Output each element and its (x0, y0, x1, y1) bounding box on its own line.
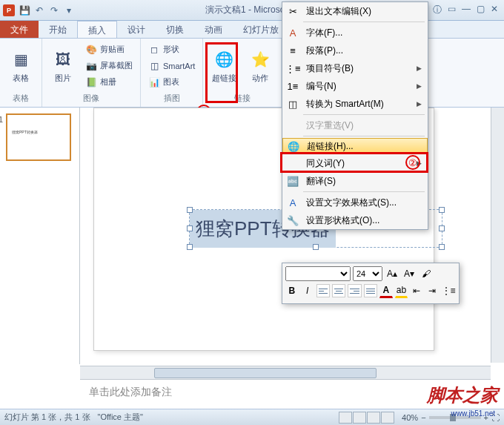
maximize-icon[interactable]: ▢ (477, 4, 485, 16)
clipart-button[interactable]: 🎨剪贴画 (82, 42, 136, 57)
arrow-icon: ▶ (417, 82, 422, 90)
group-links: 🌐超链接 ⭐动作 链接 (203, 39, 282, 107)
vertical-scrollbar[interactable] (491, 108, 504, 363)
undo-icon[interactable]: ↶ (33, 4, 46, 17)
label: 超链接 (212, 73, 236, 84)
tab-animation[interactable]: 动画 (194, 21, 233, 38)
minimize-icon[interactable]: — (462, 4, 471, 16)
tab-insert[interactable]: 插入 (77, 21, 117, 38)
group-label: 表格 (4, 91, 37, 105)
help-icon[interactable]: ⓘ (433, 4, 442, 16)
separator (303, 191, 425, 192)
resize-handle[interactable] (187, 244, 193, 250)
resize-handle[interactable] (439, 244, 445, 250)
menu-bullets[interactable]: ⋮≡项目符号(B)▶ (282, 59, 428, 77)
font-color-icon[interactable]: A (379, 283, 393, 298)
menu-exit-text-edit[interactable]: ✂退出文本编辑(X) (282, 2, 428, 20)
notes-pane[interactable]: 单击此处添加备注 (80, 379, 491, 409)
menu-hyperlink[interactable]: 🌐超链接(H)... (282, 138, 428, 154)
close-icon[interactable]: ✕ (491, 4, 498, 16)
menu-translate[interactable]: 🔤翻译(S) (282, 172, 428, 190)
align-left-icon[interactable] (316, 284, 330, 297)
bullets-icon[interactable]: ⋮≡ (441, 283, 456, 298)
label: 字体(F)... (306, 27, 422, 39)
align-right-icon[interactable] (348, 284, 361, 297)
view-buttons (339, 412, 394, 424)
menu-convert-smartart[interactable]: ◫转换为 SmartArt(M)▶ (282, 95, 428, 113)
italic-icon[interactable]: I (301, 283, 314, 298)
globe-icon: 🌐 (213, 47, 236, 71)
minimize-ribbon-icon[interactable]: ▭ (448, 4, 456, 16)
tab-home[interactable]: 开始 (39, 21, 77, 38)
resize-handle[interactable] (439, 207, 445, 213)
screenshot-button[interactable]: 📷屏幕截图 (82, 59, 136, 73)
label: 编号(N) (306, 80, 411, 93)
align-justify-icon[interactable] (364, 284, 377, 297)
normal-view-icon[interactable] (339, 412, 352, 424)
decrease-indent-icon[interactable]: ⇤ (410, 283, 423, 298)
paragraph-icon: ≡ (285, 45, 300, 56)
separator (303, 136, 425, 136)
star-icon: ⭐ (248, 47, 272, 71)
save-icon[interactable]: 💾 (18, 4, 31, 17)
increase-indent-icon[interactable]: ⇥ (425, 283, 439, 298)
picture-button[interactable]: 🖼图片 (47, 46, 79, 85)
resize-handle[interactable] (439, 225, 445, 231)
label: 屏幕截图 (100, 60, 133, 71)
theme-name: "Office 主题" (98, 412, 143, 423)
table-button[interactable]: ▦表格 (4, 46, 37, 85)
reading-view-icon[interactable] (367, 412, 380, 424)
tab-design[interactable]: 设计 (117, 21, 156, 38)
align-center-icon[interactable] (332, 284, 345, 297)
highlight-icon[interactable]: ab (395, 283, 408, 298)
format-painter-icon[interactable]: 🖌 (419, 266, 434, 281)
hyperlink-button[interactable]: 🌐超链接 (208, 46, 241, 85)
arrow-icon: ▶ (417, 159, 422, 167)
numbering-icon: 1≡ (285, 81, 300, 92)
resize-handle[interactable] (313, 244, 319, 250)
group-label: 图像 (47, 91, 136, 105)
menu-synonyms[interactable]: 同义词(Y)▶ (282, 154, 428, 172)
zoom-out-icon[interactable]: − (421, 413, 425, 422)
menu-font[interactable]: A字体(F)... (282, 24, 428, 42)
menu-numbering[interactable]: 1≡编号(N)▶ (282, 77, 428, 95)
zoom-controls: 40% − + ⛶ (402, 413, 500, 422)
group-illustrations: ◻形状 ◫SmartArt 📊图表 插图 (141, 39, 203, 107)
zoom-slider[interactable] (429, 416, 481, 419)
grow-font-icon[interactable]: A▴ (385, 266, 399, 281)
smartart-icon: ◫ (285, 99, 300, 110)
zoom-in-icon[interactable]: + (484, 413, 488, 422)
slide-thumbnail-1[interactable]: 狸窝PPT转换器 (6, 113, 71, 161)
smartart-button[interactable]: ◫SmartArt (145, 59, 198, 73)
horizontal-scrollbar[interactable] (80, 366, 491, 379)
fit-window-icon[interactable]: ⛶ (491, 413, 500, 422)
tab-transition[interactable]: 切换 (156, 21, 194, 38)
redo-icon[interactable]: ↷ (47, 4, 61, 17)
arrow-icon: ▶ (417, 65, 422, 72)
chart-button[interactable]: 📊图表 (145, 75, 198, 90)
menu-shape-format[interactable]: 🔧设置形状格式(O)... (282, 211, 428, 229)
tab-file[interactable]: 文件 (0, 21, 39, 38)
menu-paragraph[interactable]: ≡段落(P)... (282, 42, 428, 59)
font-family-select[interactable] (285, 266, 351, 281)
shrink-font-icon[interactable]: A▾ (402, 266, 417, 281)
font-size-select[interactable]: 24 (353, 266, 382, 281)
label: 超链接(H)... (307, 140, 421, 153)
shapes-button[interactable]: ◻形状 (145, 42, 198, 57)
label: 翻译(S) (306, 175, 422, 188)
text-effect-icon: A (285, 197, 300, 208)
zoom-level[interactable]: 40% (402, 413, 418, 422)
qat-more-icon[interactable]: ▾ (62, 4, 76, 17)
sorter-view-icon[interactable] (353, 412, 366, 424)
thumbnail-pane[interactable]: 狸窝PPT转换器 (0, 108, 80, 364)
album-button[interactable]: 📗相册 (82, 75, 136, 90)
shapes-icon: ◻ (148, 44, 160, 56)
menu-text-effects[interactable]: A设置文字效果格式(S)... (282, 194, 428, 211)
tab-slideshow[interactable]: 幻灯片放 (233, 21, 289, 38)
resize-handle[interactable] (187, 225, 193, 231)
slideshow-view-icon[interactable] (381, 412, 394, 424)
resize-handle[interactable] (187, 207, 193, 213)
action-button[interactable]: ⭐动作 (244, 46, 276, 85)
scrollbar-thumb[interactable] (154, 368, 377, 378)
bold-icon[interactable]: B (285, 283, 299, 298)
